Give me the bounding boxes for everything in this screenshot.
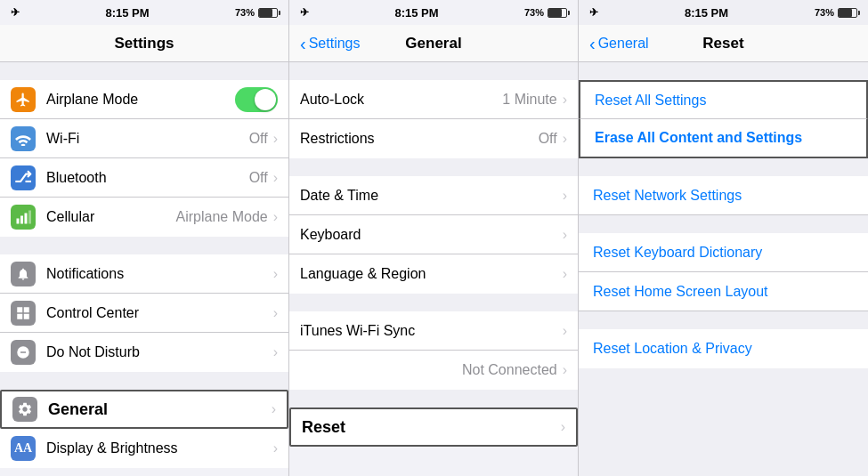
- back-label-2: Settings: [309, 36, 361, 52]
- nav-bar-2: ‹ Settings General: [289, 25, 578, 62]
- itunes-chevron: ›: [563, 323, 567, 339]
- list-item-notconnected[interactable]: Not Connected ›: [289, 351, 578, 390]
- autolock-label: Auto-Lock: [300, 92, 502, 108]
- restrictions-label: Restrictions: [300, 131, 539, 147]
- list-item-datetime[interactable]: Date & Time ›: [289, 176, 578, 215]
- list-item-restrictions[interactable]: Restrictions Off ›: [289, 119, 578, 158]
- list-item-resetlocation[interactable]: Reset Location & Privacy: [579, 329, 868, 368]
- bluetooth-value: Off: [249, 170, 268, 186]
- wifi-value: Off: [249, 131, 268, 147]
- controlcenter-chevron: ›: [273, 305, 278, 321]
- svg-rect-0: [17, 219, 20, 224]
- settings-list-1[interactable]: Airplane Mode Wi-Fi Off › ⎇ Bluetooth Of…: [0, 62, 288, 476]
- bluetooth-chevron: ›: [273, 170, 278, 186]
- panel1-settings: ✈ 8:15 PM 73% Settings Airplane Mode Wi-…: [0, 0, 289, 476]
- airplane-status-icon-3: ✈: [589, 6, 598, 19]
- airplane-status-icon: ✈: [11, 6, 20, 19]
- section-gap-p2-3: [289, 294, 578, 311]
- dnd-label: Do Not Disturb: [46, 344, 273, 360]
- list-item-keyboard[interactable]: Keyboard ›: [289, 215, 578, 254]
- notifications-icon-bg: [11, 262, 36, 286]
- svg-rect-1: [20, 216, 23, 224]
- datetime-chevron: ›: [563, 188, 567, 204]
- list-item-wifi[interactable]: Wi-Fi Off ›: [0, 119, 288, 158]
- settings-list-3[interactable]: Reset All Settings Erase All Content and…: [579, 62, 868, 476]
- battery-icon-2: [548, 8, 567, 18]
- list-item-language[interactable]: Language & Region ›: [289, 254, 578, 294]
- cellular-value: Airplane Mode: [176, 209, 268, 225]
- list-item-autolock[interactable]: Auto-Lock 1 Minute ›: [289, 80, 578, 119]
- dnd-chevron: ›: [273, 344, 278, 360]
- battery-percent-1: 73%: [235, 7, 255, 18]
- settings-list-2[interactable]: Auto-Lock 1 Minute › Restrictions Off › …: [289, 62, 578, 476]
- battery-percent-3: 73%: [815, 7, 834, 18]
- notconnected-value: Not Connected: [462, 362, 557, 378]
- airplane-label: Airplane Mode: [46, 92, 235, 108]
- list-item-bluetooth[interactable]: ⎇ Bluetooth Off ›: [0, 158, 288, 198]
- keyboard-label: Keyboard: [300, 227, 563, 243]
- list-item-reset[interactable]: Reset ›: [289, 407, 578, 447]
- list-item-airplane[interactable]: Airplane Mode: [0, 80, 288, 119]
- resethome-label: Reset Home Screen Layout: [593, 284, 768, 300]
- svg-rect-2: [25, 214, 28, 224]
- wifi-icon: [11, 126, 36, 151]
- list-item-cellular[interactable]: Cellular Airplane Mode ›: [0, 198, 288, 237]
- list-item-itunes[interactable]: iTunes Wi-Fi Sync ›: [289, 311, 578, 351]
- list-item-notifications[interactable]: Notifications ›: [0, 254, 288, 294]
- display-icon-bg: AA: [11, 436, 36, 461]
- general-label: General: [48, 400, 272, 419]
- general-icon-bg: [12, 397, 37, 422]
- back-button-3[interactable]: ‹ General: [589, 35, 649, 52]
- status-bar-3: ✈ 8:15 PM 73%: [579, 0, 868, 25]
- dnd-icon-bg: [11, 340, 36, 365]
- list-item-resetnetwork[interactable]: Reset Network Settings: [579, 176, 868, 215]
- section-gap-p2-1: [289, 62, 578, 80]
- bluetooth-icon-bg: ⎇: [11, 165, 36, 190]
- battery-icon-1: [258, 8, 278, 18]
- cellular-chevron: ›: [273, 209, 278, 225]
- display-label: Display & Brightness: [46, 440, 273, 456]
- controlcenter-icon-bg: [11, 301, 36, 326]
- section-gap-2: [0, 237, 288, 254]
- keyboard-chevron: ›: [563, 227, 567, 243]
- bluetooth-label: Bluetooth: [46, 170, 249, 186]
- notconnected-chevron: ›: [563, 362, 567, 378]
- back-arrow-3: ‹: [589, 35, 596, 52]
- section-gap-1: [0, 62, 288, 80]
- restrictions-chevron: ›: [563, 131, 567, 147]
- list-item-dnd[interactable]: Do Not Disturb ›: [0, 333, 288, 372]
- section-gap-p3-2: [579, 158, 868, 176]
- airplane-icon: [11, 87, 36, 112]
- panel2-general: ✈ 8:15 PM 73% ‹ Settings General Auto-Lo…: [289, 0, 579, 476]
- airplane-status-icon-2: ✈: [300, 6, 309, 19]
- list-item-eraseall[interactable]: Erase All Content and Settings: [579, 119, 868, 158]
- notifications-chevron: ›: [273, 266, 278, 282]
- svg-rect-3: [28, 211, 31, 224]
- list-item-resetall[interactable]: Reset All Settings: [579, 80, 868, 119]
- list-item-resetkeyboard[interactable]: Reset Keyboard Dictionary: [579, 233, 868, 272]
- airplane-toggle[interactable]: [235, 87, 278, 112]
- autolock-chevron: ›: [563, 92, 567, 108]
- section-gap-p2-2: [289, 158, 578, 176]
- section-gap-p3-3: [579, 215, 868, 233]
- back-button-2[interactable]: ‹ Settings: [300, 35, 360, 52]
- battery-icon-3: [838, 8, 857, 18]
- list-item-general[interactable]: General ›: [0, 390, 288, 429]
- resetall-label: Reset All Settings: [595, 93, 706, 109]
- page-title-3: Reset: [702, 35, 743, 52]
- section-gap-p2-4: [289, 390, 578, 407]
- general-chevron: ›: [272, 401, 276, 417]
- status-bar-2: ✈ 8:15 PM 73%: [289, 0, 578, 25]
- back-arrow-2: ‹: [300, 35, 306, 52]
- autolock-value: 1 Minute: [502, 92, 556, 108]
- bluetooth-icon: ⎇: [14, 168, 32, 187]
- nav-bar-1: Settings: [0, 25, 288, 62]
- itunes-label: iTunes Wi-Fi Sync: [300, 323, 563, 339]
- controlcenter-label: Control Center: [46, 305, 273, 321]
- notifications-label: Notifications: [46, 266, 273, 282]
- section-gap-p3-4: [579, 311, 868, 329]
- list-item-display[interactable]: AA Display & Brightness ›: [0, 429, 288, 468]
- list-item-controlcenter[interactable]: Control Center ›: [0, 294, 288, 333]
- list-item-resethome[interactable]: Reset Home Screen Layout: [579, 272, 868, 311]
- language-chevron: ›: [563, 266, 567, 282]
